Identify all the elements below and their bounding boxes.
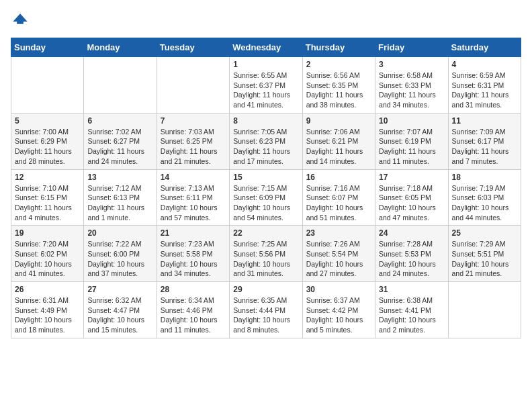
day-number: 21 — [161, 228, 226, 238]
calendar-day-cell: 29Sunrise: 6:35 AMSunset: 4:44 PMDayligh… — [230, 282, 302, 338]
day-number: 9 — [306, 116, 371, 126]
day-number: 18 — [452, 173, 517, 182]
day-info: Daylight: 11 hours and 31 minutes. — [452, 90, 517, 109]
day-info: Sunrise: 7:18 AM — [379, 183, 444, 193]
day-info: Sunrise: 7:09 AM — [452, 127, 517, 137]
day-info: Sunset: 5:54 PM — [306, 249, 371, 259]
weekday-header: Friday — [375, 38, 448, 57]
calendar-week-row: 26Sunrise: 6:31 AMSunset: 4:49 PMDayligh… — [11, 282, 521, 338]
day-info: Daylight: 10 hours and 15 minutes. — [87, 315, 152, 334]
day-info: Daylight: 11 hours and 28 minutes. — [15, 146, 80, 166]
day-number: 22 — [233, 228, 298, 238]
day-info: Sunrise: 7:19 AM — [452, 183, 517, 193]
calendar-day-cell: 28Sunrise: 6:34 AMSunset: 4:46 PMDayligh… — [157, 282, 229, 338]
day-info: Sunset: 6:27 PM — [87, 136, 152, 146]
logo-icon — [12, 11, 28, 27]
day-info: Daylight: 10 hours and 21 minutes. — [452, 259, 517, 279]
day-info: Sunrise: 6:56 AM — [306, 71, 371, 81]
day-info: Sunrise: 7:25 AM — [233, 239, 298, 249]
day-number: 27 — [87, 285, 152, 294]
day-info: Daylight: 10 hours and 31 minutes. — [233, 259, 298, 279]
calendar-day-cell: 27Sunrise: 6:32 AMSunset: 4:47 PMDayligh… — [84, 282, 157, 338]
calendar-day-cell: 4Sunrise: 6:59 AMSunset: 6:31 PMDaylight… — [448, 57, 521, 113]
day-number: 29 — [233, 285, 298, 294]
day-number: 24 — [379, 228, 444, 238]
day-info: Daylight: 10 hours and 5 minutes. — [306, 315, 371, 334]
day-info: Daylight: 11 hours and 4 minutes. — [15, 203, 80, 222]
calendar-day-cell: 19Sunrise: 7:20 AMSunset: 6:02 PMDayligh… — [11, 226, 84, 282]
day-info: Sunrise: 7:16 AM — [306, 183, 371, 193]
day-info: Daylight: 11 hours and 1 minute. — [87, 203, 152, 222]
calendar-day-cell: 20Sunrise: 7:22 AMSunset: 6:00 PMDayligh… — [84, 226, 157, 282]
day-info: Sunset: 6:05 PM — [379, 193, 444, 203]
day-info: Daylight: 10 hours and 44 minutes. — [452, 203, 517, 222]
day-info: Sunrise: 7:05 AM — [233, 127, 298, 137]
weekday-header: Thursday — [302, 38, 375, 57]
day-info: Sunset: 6:15 PM — [15, 193, 80, 203]
calendar-table: SundayMondayTuesdayWednesdayThursdayFrid… — [11, 38, 521, 338]
day-info: Daylight: 10 hours and 2 minutes. — [379, 315, 444, 334]
calendar-day-cell — [84, 57, 157, 113]
day-info: Daylight: 10 hours and 37 minutes. — [87, 259, 152, 279]
day-info: Daylight: 11 hours and 34 minutes. — [379, 90, 444, 109]
day-info: Daylight: 10 hours and 41 minutes. — [15, 259, 80, 279]
day-info: Sunset: 6:13 PM — [87, 193, 152, 203]
day-info: Sunrise: 7:20 AM — [15, 239, 80, 249]
calendar-header-row: SundayMondayTuesdayWednesdayThursdayFrid… — [11, 38, 521, 57]
day-info: Sunrise: 7:23 AM — [161, 239, 226, 249]
day-info: Daylight: 10 hours and 8 minutes. — [233, 315, 298, 334]
calendar-week-row: 12Sunrise: 7:10 AMSunset: 6:15 PMDayligh… — [11, 169, 521, 226]
day-info: Sunrise: 7:03 AM — [161, 127, 226, 137]
day-info: Sunset: 6:25 PM — [161, 136, 226, 146]
day-info: Sunset: 4:46 PM — [161, 306, 226, 316]
calendar-day-cell: 6Sunrise: 7:02 AMSunset: 6:27 PMDaylight… — [84, 113, 157, 169]
day-info: Sunrise: 7:07 AM — [379, 127, 444, 137]
day-info: Daylight: 11 hours and 38 minutes. — [306, 90, 371, 109]
day-info: Sunrise: 6:38 AM — [379, 295, 444, 306]
day-number: 30 — [306, 285, 371, 294]
calendar-day-cell: 1Sunrise: 6:55 AMSunset: 6:37 PMDaylight… — [230, 57, 302, 113]
day-info: Sunrise: 7:12 AM — [87, 183, 152, 193]
day-number: 25 — [452, 228, 517, 238]
day-info: Sunset: 6:07 PM — [306, 193, 371, 203]
calendar-day-cell: 2Sunrise: 6:56 AMSunset: 6:35 PMDaylight… — [302, 57, 375, 113]
day-info: Daylight: 10 hours and 47 minutes. — [379, 203, 444, 222]
day-info: Sunset: 6:03 PM — [452, 193, 517, 203]
day-info: Sunrise: 7:28 AM — [379, 239, 444, 249]
day-info: Sunset: 6:11 PM — [161, 193, 226, 203]
calendar-day-cell — [11, 57, 84, 113]
day-info: Sunset: 4:42 PM — [306, 306, 371, 316]
day-info: Sunset: 6:17 PM — [452, 136, 517, 146]
day-info: Sunrise: 6:35 AM — [233, 295, 298, 306]
day-info: Sunrise: 7:29 AM — [452, 239, 517, 249]
calendar-day-cell — [157, 57, 229, 113]
weekday-header: Sunday — [11, 38, 84, 57]
day-info: Sunrise: 6:59 AM — [452, 71, 517, 81]
calendar-day-cell: 21Sunrise: 7:23 AMSunset: 5:58 PMDayligh… — [157, 226, 229, 282]
calendar-day-cell: 24Sunrise: 7:28 AMSunset: 5:53 PMDayligh… — [375, 226, 448, 282]
day-number: 4 — [452, 60, 517, 69]
calendar-week-row: 1Sunrise: 6:55 AMSunset: 6:37 PMDaylight… — [11, 57, 521, 113]
day-info: Daylight: 10 hours and 18 minutes. — [15, 315, 80, 334]
calendar-day-cell: 3Sunrise: 6:58 AMSunset: 6:33 PMDaylight… — [375, 57, 448, 113]
day-number: 28 — [161, 285, 226, 294]
day-info: Daylight: 11 hours and 24 minutes. — [87, 146, 152, 166]
page-header — [11, 11, 521, 30]
day-info: Sunrise: 6:37 AM — [306, 295, 371, 306]
day-info: Sunrise: 6:31 AM — [15, 295, 80, 306]
calendar-day-cell: 18Sunrise: 7:19 AMSunset: 6:03 PMDayligh… — [448, 169, 521, 226]
calendar-day-cell: 9Sunrise: 7:06 AMSunset: 6:21 PMDaylight… — [302, 113, 375, 169]
day-number: 11 — [452, 116, 517, 126]
day-number: 15 — [233, 173, 298, 182]
calendar-day-cell: 11Sunrise: 7:09 AMSunset: 6:17 PMDayligh… — [448, 113, 521, 169]
svg-marker-0 — [13, 13, 28, 24]
day-number: 5 — [15, 116, 80, 126]
day-number: 8 — [233, 116, 298, 126]
day-info: Sunset: 6:21 PM — [306, 136, 371, 146]
day-info: Daylight: 11 hours and 11 minutes. — [379, 146, 444, 166]
calendar-day-cell: 13Sunrise: 7:12 AMSunset: 6:13 PMDayligh… — [84, 169, 157, 226]
weekday-header: Wednesday — [230, 38, 302, 57]
day-info: Sunset: 6:23 PM — [233, 136, 298, 146]
day-number: 2 — [306, 60, 371, 69]
day-info: Daylight: 11 hours and 17 minutes. — [233, 146, 298, 166]
